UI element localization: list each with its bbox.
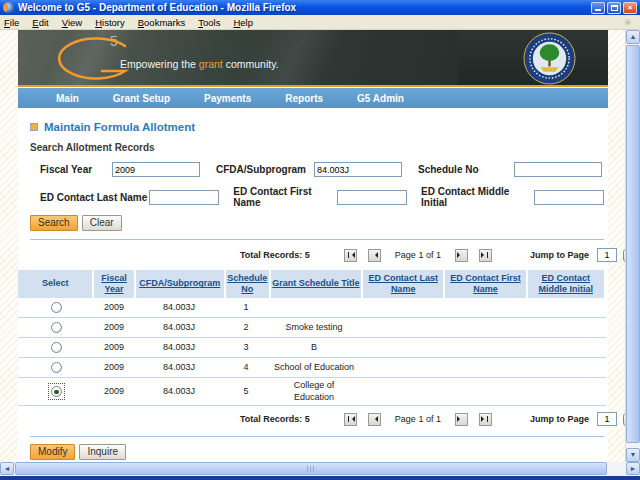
modify-button[interactable]: Modify [30, 444, 75, 460]
menu-item-history[interactable]: History [95, 17, 125, 28]
vertical-scrollbar[interactable]: ▲ ▼ [625, 30, 640, 462]
allotment-table-header: Select Fiscal Year CFDA/Subprogram Sched… [18, 270, 606, 298]
scroll-down-button[interactable]: ▼ [626, 448, 640, 462]
table-row: 200984.003J4School of Education [18, 358, 606, 378]
first-page-button[interactable] [344, 249, 357, 262]
minimize-button[interactable] [591, 2, 605, 14]
page-panel: 5 Empowering the grant community. [18, 30, 608, 462]
nav-item-reports[interactable]: Reports [285, 93, 323, 104]
page-title-text: Maintain Formula Allotment [44, 121, 195, 133]
search-button[interactable]: Search [30, 215, 78, 231]
header-ed-contact-middle-initial[interactable]: ED Contact Middle Initial [528, 270, 604, 298]
scroll-up-button[interactable]: ▲ [626, 30, 640, 44]
menu-items: FileEditViewHistoryBookmarksToolsHelp [4, 17, 624, 28]
nav-item-main[interactable]: Main [56, 93, 79, 104]
menu-item-edit[interactable]: Edit [32, 17, 48, 28]
horizontal-scroll-track[interactable] [15, 462, 625, 476]
nav-item-g5-admin[interactable]: G5 Admin [357, 93, 404, 104]
header-ed-contact-last-name[interactable]: ED Contact Last Name [363, 270, 443, 298]
last-page-button[interactable] [479, 249, 492, 262]
main-nav: MainGrant SetupPaymentsReportsG5 Admin [18, 88, 608, 108]
ed-contact-last-name-input[interactable] [149, 190, 219, 205]
table-cell: 84.003J [134, 340, 224, 356]
select-radio[interactable] [51, 302, 62, 313]
action-buttons: Modify Inquire [30, 444, 608, 460]
scroll-left-button[interactable]: ◄ [0, 462, 14, 475]
vertical-scroll-thumb[interactable] [626, 45, 640, 443]
select-radio[interactable] [51, 322, 62, 333]
schedule-no-label: Schedule No [418, 164, 488, 175]
fiscal-year-input[interactable] [112, 162, 200, 177]
schedule-no-input[interactable] [514, 162, 602, 177]
page-content: Maintain Formula Allotment Search Allotm… [18, 121, 608, 460]
header-cfda-subprogram[interactable]: CFDA/Subprogram [136, 270, 224, 298]
divider [30, 239, 604, 240]
allotment-table-body: 200984.003J1200984.003J2Smoke testing200… [18, 298, 606, 406]
table-cell: 2 [224, 320, 268, 336]
menu-item-bookmarks[interactable]: Bookmarks [138, 17, 186, 28]
menu-item-view[interactable]: View [62, 17, 82, 28]
menu-item-tools[interactable]: Tools [198, 17, 220, 28]
select-radio[interactable] [51, 362, 62, 373]
table-cell [524, 326, 602, 330]
next-page-button[interactable] [455, 249, 468, 262]
header-fiscal-year[interactable]: Fiscal Year [94, 270, 133, 298]
maximize-button[interactable] [607, 2, 621, 14]
scroll-right-button[interactable]: ► [626, 462, 640, 475]
search-form-row-1: Fiscal Year CFDA/Subprogram Schedule No [40, 162, 604, 177]
jump-to-page-input[interactable] [597, 248, 617, 262]
first-page-button[interactable] [344, 413, 357, 426]
nav-item-grant-setup[interactable]: Grant Setup [113, 93, 170, 104]
header-ed-contact-first-name[interactable]: ED Contact First Name [445, 270, 525, 298]
table-cell: 2009 [94, 340, 134, 356]
cfda-label: CFDA/Subprogram [216, 164, 314, 175]
horizontal-scroll-thumb[interactable] [15, 462, 607, 475]
table-cell [524, 346, 602, 350]
table-cell: 4 [224, 360, 268, 376]
window-controls: × [591, 2, 637, 14]
total-records-top: Total Records: 5 [240, 250, 310, 260]
pager-bottom: Page 1 of 1 [344, 413, 492, 426]
table-row: 200984.003J2Smoke testing [18, 318, 606, 338]
inquire-button[interactable]: Inquire [79, 444, 126, 460]
prev-page-button[interactable] [368, 413, 381, 426]
last-page-button[interactable] [479, 413, 492, 426]
firefox-icon [3, 2, 14, 13]
menu-item-file[interactable]: File [4, 17, 19, 28]
select-radio[interactable] [51, 386, 62, 397]
select-radio[interactable] [51, 342, 62, 353]
window-titlebar[interactable]: Welcome to G5 - Department of Education … [0, 0, 640, 15]
jump-to-page-input[interactable] [597, 412, 617, 426]
ed-contact-middle-initial-input[interactable] [534, 190, 604, 205]
window-title: Welcome to G5 - Department of Education … [18, 2, 591, 13]
browser-window: Welcome to G5 - Department of Education … [0, 0, 640, 480]
jump-to-page-label: Jump to Page [530, 250, 589, 260]
throbber-icon: ✳ [624, 17, 632, 28]
page-background: 5 Empowering the grant community. [0, 30, 640, 462]
page-title-bullet-icon [30, 123, 38, 131]
clear-button[interactable]: Clear [82, 215, 122, 231]
table-cell: 3 [224, 340, 268, 356]
table-cell: 2009 [94, 300, 134, 316]
next-page-button[interactable] [455, 413, 468, 426]
ed-contact-middle-initial-label: ED Contact Middle Initial [421, 186, 534, 208]
vertical-scroll-track[interactable] [626, 45, 640, 447]
nav-item-payments[interactable]: Payments [204, 93, 251, 104]
header-grant-schedule-title[interactable]: Grant Schedule Title [271, 270, 361, 298]
table-cell [360, 326, 442, 330]
horizontal-scrollbar[interactable]: ◄ ► [0, 462, 640, 476]
department-of-education-seal [523, 32, 576, 87]
close-button[interactable]: × [623, 2, 637, 14]
ed-contact-first-name-input[interactable] [337, 190, 407, 205]
prev-page-button[interactable] [368, 249, 381, 262]
page-indicator: Page 1 of 1 [395, 414, 441, 424]
table-cell: 84.003J [134, 360, 224, 376]
table-row: 200984.003J1 [18, 298, 606, 318]
select-cell [18, 358, 94, 377]
cfda-input[interactable] [314, 162, 402, 177]
header-schedule-no[interactable]: Schedule No [226, 270, 269, 298]
table-cell: 84.003J [134, 300, 224, 316]
menu-item-help[interactable]: Help [233, 17, 253, 28]
g5-banner: 5 Empowering the grant community. [18, 30, 608, 87]
select-cell [18, 318, 94, 337]
